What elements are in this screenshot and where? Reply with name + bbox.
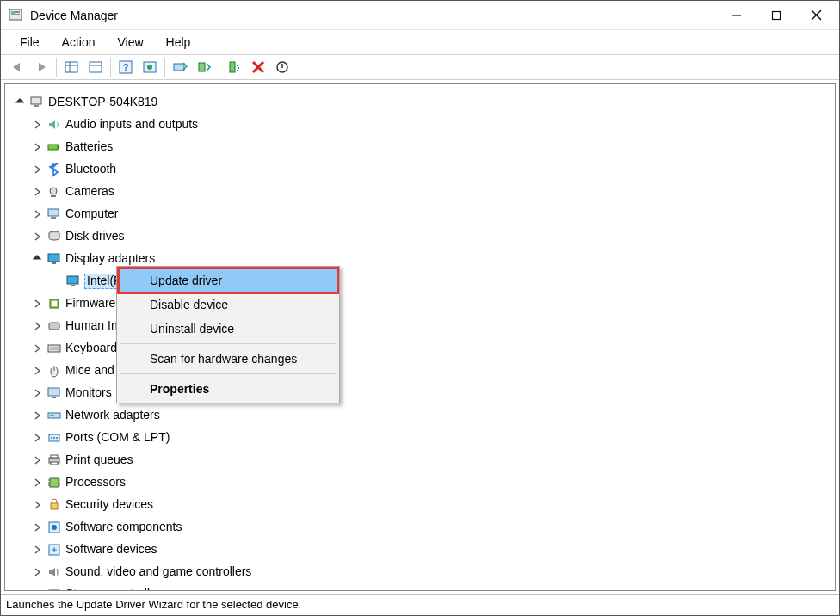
svg-rect-33 bbox=[52, 262, 56, 264]
maximize-button[interactable] bbox=[757, 2, 796, 29]
toolbar-show-hide-tree[interactable] bbox=[60, 57, 83, 77]
tree-node-label: Storage controllers bbox=[65, 588, 167, 591]
ctx-disable-device[interactable]: Disable device bbox=[119, 293, 337, 317]
chevron-right-icon[interactable] bbox=[31, 342, 43, 354]
chevron-right-icon[interactable] bbox=[31, 566, 43, 578]
chevron-right-icon[interactable] bbox=[31, 410, 43, 422]
chevron-right-icon[interactable] bbox=[31, 521, 43, 533]
svg-rect-24 bbox=[34, 105, 39, 107]
toolbar-update-driver[interactable] bbox=[223, 57, 245, 77]
tree-node-printer[interactable]: Print queues bbox=[9, 449, 831, 471]
tree-node-bluetooth[interactable]: Bluetooth bbox=[9, 158, 831, 181]
svg-rect-2 bbox=[15, 11, 20, 13]
close-button[interactable] bbox=[796, 2, 836, 29]
svg-rect-54 bbox=[51, 455, 58, 458]
chevron-right-icon[interactable] bbox=[31, 365, 43, 377]
chevron-right-icon[interactable] bbox=[31, 477, 43, 489]
chevron-right-icon[interactable] bbox=[31, 499, 43, 511]
svg-rect-38 bbox=[49, 323, 59, 330]
chevron-right-icon[interactable] bbox=[31, 454, 43, 466]
svg-point-65 bbox=[52, 525, 57, 530]
svg-rect-44 bbox=[48, 388, 59, 396]
port-icon bbox=[46, 430, 62, 446]
chevron-right-icon[interactable] bbox=[31, 432, 43, 444]
tree-node-camera[interactable]: Cameras bbox=[9, 181, 831, 203]
tree-node-label: Batteries bbox=[65, 140, 113, 153]
toolbar-back[interactable] bbox=[6, 57, 28, 77]
toolbar-add-legacy[interactable] bbox=[193, 57, 215, 77]
tree-node-swd[interactable]: Software devices bbox=[9, 539, 831, 561]
toolbar-scan-hardware[interactable] bbox=[169, 57, 191, 77]
tree-node-swc[interactable]: Software components bbox=[9, 516, 831, 539]
chevron-right-icon[interactable] bbox=[31, 387, 43, 399]
chevron-right-icon[interactable] bbox=[31, 231, 43, 243]
svg-rect-63 bbox=[51, 503, 58, 509]
tree-node-label: Security devices bbox=[65, 498, 153, 511]
tree-node-security[interactable]: Security devices bbox=[9, 494, 831, 516]
svg-rect-55 bbox=[51, 462, 58, 465]
chevron-right-icon[interactable] bbox=[31, 208, 43, 220]
tree-node-storage[interactable]: Storage controllers bbox=[9, 583, 831, 591]
window-title: Device Manager bbox=[30, 9, 717, 22]
chevron-right-icon[interactable] bbox=[31, 544, 43, 556]
chevron-down-icon[interactable] bbox=[14, 96, 26, 108]
menu-help[interactable]: Help bbox=[156, 33, 201, 52]
svg-rect-25 bbox=[48, 145, 58, 150]
chevron-down-icon[interactable] bbox=[31, 253, 43, 265]
minimize-button[interactable] bbox=[717, 2, 757, 29]
toolbar-forward[interactable] bbox=[30, 57, 52, 77]
ctx-uninstall-device[interactable]: Uninstall device bbox=[119, 317, 337, 341]
svg-rect-29 bbox=[48, 209, 59, 216]
cpu-icon bbox=[46, 475, 62, 490]
tree-node-cpu[interactable]: Processors bbox=[9, 471, 831, 494]
svg-rect-3 bbox=[15, 14, 20, 15]
tree-node-network[interactable]: Network adapters bbox=[9, 404, 831, 427]
menu-file[interactable]: File bbox=[9, 33, 50, 52]
svg-rect-32 bbox=[48, 254, 59, 262]
chevron-right-icon[interactable] bbox=[31, 298, 43, 310]
menu-action[interactable]: Action bbox=[52, 33, 106, 52]
chevron-right-icon[interactable] bbox=[31, 588, 43, 591]
chevron-right-icon[interactable] bbox=[31, 119, 43, 131]
tree-node-label: Audio inputs and outputs bbox=[65, 118, 198, 131]
toolbar-help[interactable]: ? bbox=[114, 57, 137, 77]
chevron-right-icon[interactable] bbox=[31, 186, 43, 198]
menu-view[interactable]: View bbox=[107, 33, 153, 52]
svg-point-51 bbox=[53, 437, 55, 439]
chevron-blank bbox=[50, 275, 62, 287]
keyboard-icon bbox=[46, 341, 62, 356]
toolbar-disable[interactable] bbox=[271, 57, 293, 77]
svg-point-52 bbox=[56, 437, 58, 439]
toolbar: ? bbox=[1, 54, 839, 80]
tree-node-label: Network adapters bbox=[65, 409, 160, 422]
chevron-right-icon[interactable] bbox=[31, 141, 43, 153]
svg-rect-26 bbox=[58, 145, 59, 149]
tree-node-label: Cameras bbox=[65, 185, 114, 198]
tree-node-battery[interactable]: Batteries bbox=[9, 136, 831, 158]
tree-node-label: Firmware bbox=[65, 297, 115, 310]
toolbar-uninstall[interactable] bbox=[247, 57, 269, 77]
ctx-update-driver[interactable]: Update driver bbox=[119, 268, 337, 293]
svg-rect-5 bbox=[773, 11, 781, 19]
disk-icon bbox=[46, 229, 62, 244]
tree-node-speaker[interactable]: Audio inputs and outputs bbox=[9, 114, 831, 136]
network-icon bbox=[46, 408, 62, 423]
chevron-right-icon[interactable] bbox=[31, 163, 43, 176]
svg-rect-23 bbox=[31, 97, 41, 104]
tree-node-computer[interactable]: Computer bbox=[9, 203, 831, 225]
ctx-properties[interactable]: Properties bbox=[119, 377, 337, 401]
tree-node-disk[interactable]: Disk drives bbox=[9, 225, 831, 248]
toolbar-action-center[interactable] bbox=[139, 57, 161, 77]
svg-point-50 bbox=[51, 437, 52, 439]
ctx-scan-hardware[interactable]: Scan for hardware changes bbox=[119, 347, 337, 371]
svg-rect-34 bbox=[67, 276, 78, 284]
tree-node-label: Bluetooth bbox=[65, 163, 116, 176]
chevron-right-icon[interactable] bbox=[31, 320, 43, 332]
tree-node-sound[interactable]: Sound, video and game controllers bbox=[9, 561, 831, 583]
toolbar-properties-pane[interactable] bbox=[84, 57, 107, 77]
tree-root[interactable]: DESKTOP-504K819 bbox=[9, 91, 831, 114]
tree-node-port[interactable]: Ports (COM & LPT) bbox=[9, 427, 831, 449]
chip-icon bbox=[46, 296, 62, 311]
swd-icon bbox=[46, 542, 62, 557]
tree-node-label: Print queues bbox=[65, 453, 133, 466]
